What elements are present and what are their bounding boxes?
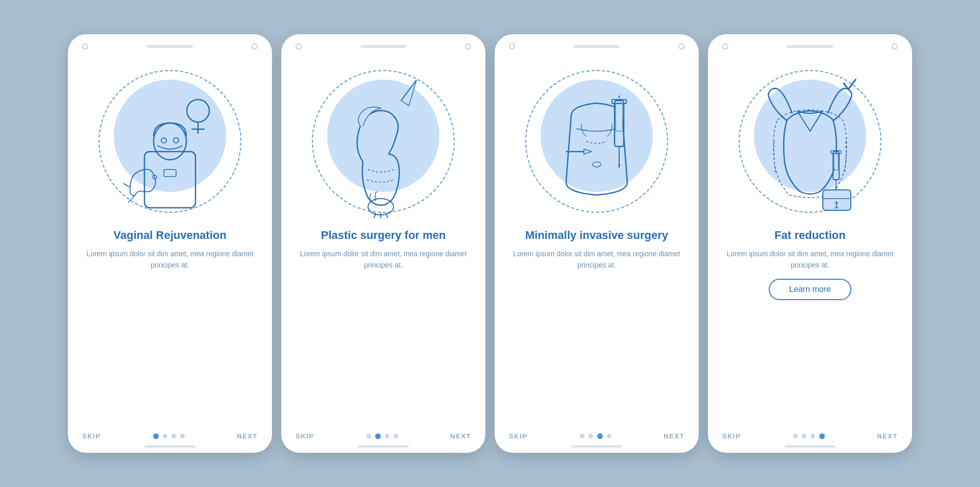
learn-more-button[interactable]: Learn more [769,279,851,300]
dots-4 [793,433,825,439]
dot-4-3 [811,434,815,439]
svg-fat-reduction [749,70,871,218]
dot-3-3 [597,433,603,439]
card-title-4: Fat reduction [774,228,845,243]
dots-3 [580,433,611,439]
phone-speaker-2 [360,45,406,48]
illustration-2 [281,55,485,228]
phone-camera-1 [82,43,88,50]
phone-card-2: Plastic surgery for men Lorem ipsum dolo… [281,34,485,453]
dot-1-3 [172,434,176,439]
illustration-4 [708,55,912,228]
phone-icon-right-2 [465,43,471,50]
phone-top-bar-2 [281,34,485,55]
card-desc-2: Lorem ipsum dolor sit dim amet, mea regi… [298,248,469,271]
skip-button-1[interactable]: SKIP [82,432,101,440]
card-title-2: Plastic surgery for men [321,228,446,243]
home-bar-4 [785,445,836,448]
illustration-1 [68,55,272,228]
phone-camera-3 [509,43,515,50]
phone-content-2: Plastic surgery for men Lorem ipsum dolo… [281,228,485,429]
phone-content-4: Fat reduction Lorem ipsum dolor sit dim … [708,228,912,429]
phone-content-1: Vaginal Rejuvenation Lorem ipsum dolor s… [68,228,272,429]
svg-rect-4 [164,169,176,177]
skip-button-4[interactable]: SKIP [722,432,741,440]
phone-nav-2: SKIP NEXT [281,429,485,445]
phone-speaker-1 [147,45,193,48]
svg-point-3 [174,138,179,143]
dot-2-4 [394,434,398,439]
dot-2-3 [385,434,389,439]
dot-2-2 [375,433,381,439]
card-title-3: Minimally invasive surgery [525,228,668,243]
phone-nav-1: SKIP NEXT [68,429,272,445]
phone-nav-4: SKIP NEXT [708,429,912,445]
svg-plastic-surgery [322,70,445,218]
phone-icon-right-3 [678,43,684,50]
svg-point-1 [154,123,186,160]
phone-card-3: Minimally invasive surgery Lorem ipsum d… [495,34,699,453]
phone-top-bar-1 [68,34,272,55]
phone-top-bar-3 [495,34,699,55]
next-button-1[interactable]: NEXT [237,432,258,440]
svg-minimally-invasive [535,70,658,218]
dot-1-4 [180,434,185,439]
skip-button-3[interactable]: SKIP [509,432,527,440]
svg-rect-17 [834,154,838,170]
skip-button-2[interactable]: SKIP [296,432,314,440]
next-button-2[interactable]: NEXT [450,432,471,440]
phone-card-1: Vaginal Rejuvenation Lorem ipsum dolor s… [68,34,272,453]
phone-icon-right-1 [252,43,258,50]
dot-3-4 [607,434,611,439]
card-desc-1: Lorem ipsum dolor sit dim amet, mea regi… [84,248,256,271]
illustration-3 [495,55,699,228]
dot-4-1 [793,434,798,439]
dot-4-2 [802,434,806,439]
dot-2-1 [366,434,371,439]
svg-point-15 [593,162,601,167]
svg-rect-12 [616,103,623,131]
phone-card-4: Fat reduction Lorem ipsum dolor sit dim … [708,34,912,453]
next-button-3[interactable]: NEXT [664,432,684,440]
card-title-1: Vaginal Rejuvenation [113,228,226,243]
phone-speaker-4 [787,45,833,48]
dot-1-1 [153,433,159,439]
dots-2 [366,433,398,439]
phone-content-3: Minimally invasive surgery Lorem ipsum d… [495,228,699,429]
phone-camera-2 [296,43,302,50]
home-bar-1 [144,445,195,448]
phone-nav-3: SKIP NEXT [495,429,699,445]
dot-1-2 [163,434,167,439]
phone-top-bar-4 [708,34,912,55]
svg-point-9 [368,199,394,215]
dot-3-1 [580,434,584,439]
svg-point-5 [187,100,209,122]
dot-4-4 [819,433,825,439]
svg-point-2 [161,138,166,143]
next-button-4[interactable]: NEXT [877,432,898,440]
phone-camera-4 [722,43,728,50]
card-desc-3: Lorem ipsum dolor sit dim amet, mea regi… [511,248,682,271]
card-desc-4: Lorem ipsum dolor sit dim amet, mea regi… [724,248,896,271]
svg-vaginal-rejuvenation [109,70,231,218]
phone-speaker-3 [574,45,620,48]
phone-icon-right-4 [892,43,898,50]
phones-container: Vaginal Rejuvenation Lorem ipsum dolor s… [47,14,933,473]
dots-1 [153,433,185,439]
home-bar-3 [571,445,622,448]
home-bar-2 [358,445,409,448]
dot-3-2 [589,434,593,439]
